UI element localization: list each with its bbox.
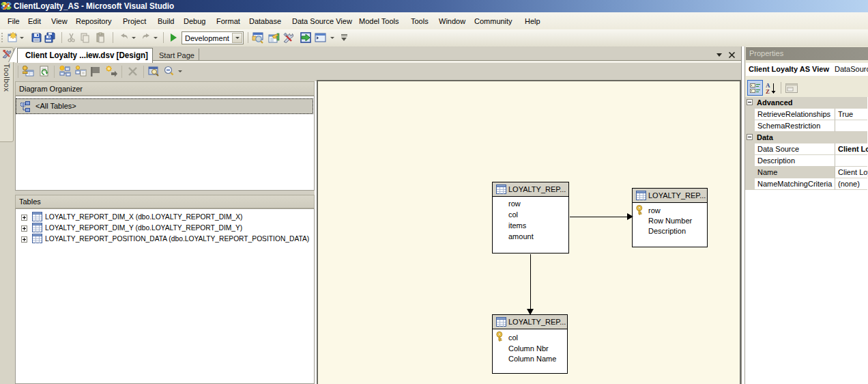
svg-text:Z: Z [766,88,770,94]
